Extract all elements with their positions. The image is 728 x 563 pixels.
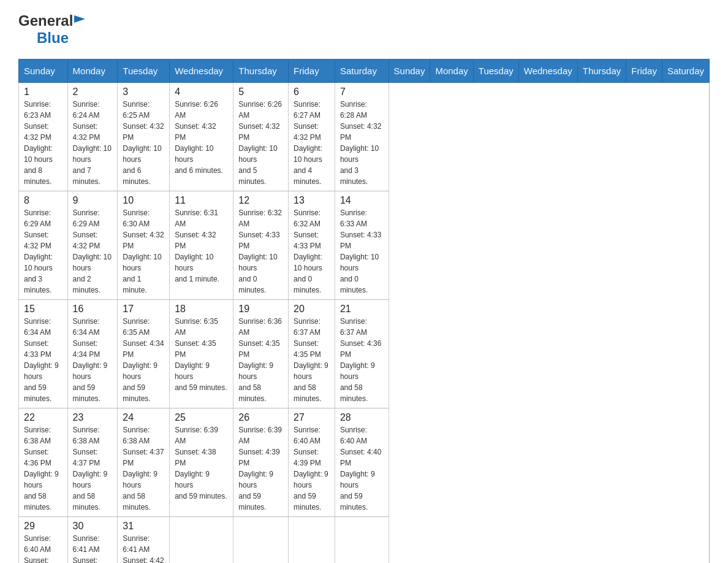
day-cell: 4Sunrise: 6:26 AMSunset: 4:32 PMDaylight… (170, 83, 233, 191)
day-cell: 22Sunrise: 6:38 AMSunset: 4:36 PMDayligh… (19, 408, 68, 517)
day-info: Sunrise: 6:41 AMSunset: 4:41 PMDaylight:… (73, 533, 113, 563)
day-cell: 14Sunrise: 6:33 AMSunset: 4:33 PMDayligh… (335, 191, 389, 300)
day-number: 17 (123, 304, 164, 315)
day-cell: 7Sunrise: 6:28 AMSunset: 4:32 PMDaylight… (335, 83, 389, 191)
day-info: Sunrise: 6:34 AMSunset: 4:33 PMDaylight:… (24, 316, 63, 404)
day-cell: 24Sunrise: 6:38 AMSunset: 4:37 PMDayligh… (118, 408, 170, 517)
day-cell: 8Sunrise: 6:29 AMSunset: 4:32 PMDaylight… (19, 191, 68, 300)
svg-marker-0 (74, 15, 85, 23)
day-number: 22 (24, 412, 63, 423)
weekday-header-saturday: Saturday (662, 59, 709, 83)
day-info: Sunrise: 6:39 AMSunset: 4:38 PMDaylight:… (175, 424, 228, 502)
day-info: Sunrise: 6:29 AMSunset: 4:32 PMDaylight:… (24, 207, 63, 296)
day-number: 9 (73, 195, 113, 206)
day-number: 23 (73, 412, 113, 423)
day-info: Sunrise: 6:40 AMSunset: 4:41 PMDaylight:… (24, 533, 63, 563)
day-info: Sunrise: 6:41 AMSunset: 4:42 PMDaylight:… (123, 533, 164, 563)
day-info: Sunrise: 6:26 AMSunset: 4:32 PMDaylight:… (175, 99, 228, 176)
day-info: Sunrise: 6:38 AMSunset: 4:37 PMDaylight:… (73, 424, 113, 513)
day-cell: 20Sunrise: 6:37 AMSunset: 4:35 PMDayligh… (289, 300, 335, 408)
day-info: Sunrise: 6:31 AMSunset: 4:32 PMDaylight:… (175, 207, 228, 285)
calendar-table: SundayMondayTuesdayWednesdayThursdayFrid… (18, 59, 710, 563)
day-info: Sunrise: 6:27 AMSunset: 4:32 PMDaylight:… (294, 99, 330, 187)
day-number: 26 (238, 412, 283, 423)
day-number: 18 (175, 304, 228, 315)
day-info: Sunrise: 6:37 AMSunset: 4:36 PMDaylight:… (340, 316, 384, 404)
day-cell: 9Sunrise: 6:29 AMSunset: 4:32 PMDaylight… (67, 191, 118, 300)
logo-blue-text: Blue (37, 29, 69, 47)
weekday-header-thursday: Thursday (577, 59, 626, 83)
day-cell: 2Sunrise: 6:24 AMSunset: 4:32 PMDaylight… (67, 83, 118, 191)
logo-general-text: General (18, 12, 73, 29)
day-cell: 3Sunrise: 6:25 AMSunset: 4:32 PMDaylight… (118, 83, 170, 191)
day-number: 3 (123, 86, 164, 98)
day-info: Sunrise: 6:32 AMSunset: 4:33 PMDaylight:… (294, 207, 330, 296)
day-cell: 17Sunrise: 6:35 AMSunset: 4:34 PMDayligh… (118, 300, 170, 408)
day-cell: 18Sunrise: 6:35 AMSunset: 4:35 PMDayligh… (170, 300, 233, 408)
day-cell: 12Sunrise: 6:32 AMSunset: 4:33 PMDayligh… (233, 191, 289, 300)
weekday-sunday: Sunday (19, 59, 68, 83)
day-number: 13 (294, 195, 330, 206)
day-info: Sunrise: 6:24 AMSunset: 4:32 PMDaylight:… (73, 99, 113, 187)
weekday-monday: Monday (67, 59, 118, 83)
day-cell: 16Sunrise: 6:34 AMSunset: 4:34 PMDayligh… (67, 300, 118, 408)
day-cell: 26Sunrise: 6:39 AMSunset: 4:39 PMDayligh… (233, 408, 289, 517)
day-info: Sunrise: 6:35 AMSunset: 4:34 PMDaylight:… (123, 316, 164, 404)
day-cell (233, 517, 289, 564)
day-info: Sunrise: 6:34 AMSunset: 4:34 PMDaylight:… (73, 316, 113, 404)
weekday-header-monday: Monday (430, 59, 473, 83)
day-number: 2 (73, 86, 113, 98)
day-cell: 21Sunrise: 6:37 AMSunset: 4:36 PMDayligh… (335, 300, 389, 408)
day-info: Sunrise: 6:40 AMSunset: 4:40 PMDaylight:… (340, 424, 384, 513)
day-info: Sunrise: 6:39 AMSunset: 4:39 PMDaylight:… (238, 424, 283, 513)
day-cell: 11Sunrise: 6:31 AMSunset: 4:32 PMDayligh… (170, 191, 233, 300)
day-info: Sunrise: 6:40 AMSunset: 4:39 PMDaylight:… (294, 424, 330, 513)
day-info: Sunrise: 6:32 AMSunset: 4:33 PMDaylight:… (238, 207, 283, 296)
day-number: 16 (73, 304, 113, 315)
day-cell: 10Sunrise: 6:30 AMSunset: 4:32 PMDayligh… (118, 191, 170, 300)
day-cell: 19Sunrise: 6:36 AMSunset: 4:35 PMDayligh… (233, 300, 289, 408)
day-number: 14 (340, 195, 384, 206)
day-number: 30 (73, 521, 113, 532)
day-number: 28 (340, 412, 384, 423)
day-number: 25 (175, 412, 228, 423)
day-info: Sunrise: 6:36 AMSunset: 4:35 PMDaylight:… (238, 316, 283, 404)
day-number: 8 (24, 195, 63, 206)
week-row-2: 8Sunrise: 6:29 AMSunset: 4:32 PMDaylight… (19, 191, 710, 300)
day-info: Sunrise: 6:30 AMSunset: 4:32 PMDaylight:… (123, 207, 164, 296)
day-cell: 25Sunrise: 6:39 AMSunset: 4:38 PMDayligh… (170, 408, 233, 517)
day-info: Sunrise: 6:35 AMSunset: 4:35 PMDaylight:… (175, 316, 228, 393)
day-number: 12 (238, 195, 283, 206)
page-header: General Blue (18, 12, 710, 47)
week-row-3: 15Sunrise: 6:34 AMSunset: 4:33 PMDayligh… (19, 300, 710, 408)
day-info: Sunrise: 6:37 AMSunset: 4:35 PMDaylight:… (294, 316, 330, 404)
day-number: 21 (340, 304, 384, 315)
weekday-tuesday: Tuesday (118, 59, 170, 83)
day-cell: 31Sunrise: 6:41 AMSunset: 4:42 PMDayligh… (118, 517, 170, 564)
logo: General Blue (18, 12, 85, 47)
day-number: 4 (175, 86, 228, 98)
day-cell: 1Sunrise: 6:23 AMSunset: 4:32 PMDaylight… (19, 83, 68, 191)
day-info: Sunrise: 6:23 AMSunset: 4:32 PMDaylight:… (24, 99, 63, 187)
weekday-header-wednesday: Wednesday (518, 59, 577, 83)
day-info: Sunrise: 6:25 AMSunset: 4:32 PMDaylight:… (123, 99, 164, 187)
weekday-friday: Friday (289, 59, 335, 83)
day-number: 11 (175, 195, 228, 206)
day-info: Sunrise: 6:26 AMSunset: 4:32 PMDaylight:… (238, 99, 283, 187)
day-cell: 5Sunrise: 6:26 AMSunset: 4:32 PMDaylight… (233, 83, 289, 191)
day-number: 31 (123, 521, 164, 532)
weekday-saturday: Saturday (335, 59, 389, 83)
weekday-header-sunday: Sunday (389, 59, 430, 83)
day-number: 20 (294, 304, 330, 315)
day-info: Sunrise: 6:29 AMSunset: 4:32 PMDaylight:… (73, 207, 113, 296)
day-cell: 6Sunrise: 6:27 AMSunset: 4:32 PMDaylight… (289, 83, 335, 191)
weekday-header-friday: Friday (626, 59, 662, 83)
day-cell (289, 517, 335, 564)
day-number: 6 (294, 86, 330, 98)
day-cell: 15Sunrise: 6:34 AMSunset: 4:33 PMDayligh… (19, 300, 68, 408)
week-row-4: 22Sunrise: 6:38 AMSunset: 4:36 PMDayligh… (19, 408, 710, 517)
day-cell: 13Sunrise: 6:32 AMSunset: 4:33 PMDayligh… (289, 191, 335, 300)
day-number: 27 (294, 412, 330, 423)
day-number: 5 (238, 86, 283, 98)
logo-flag-icon (74, 15, 85, 26)
